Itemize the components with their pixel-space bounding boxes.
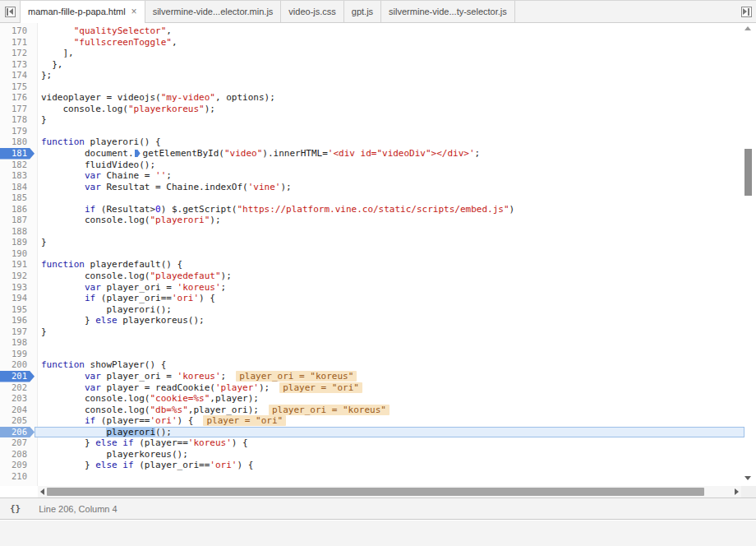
code-line[interactable]: 173 }, bbox=[0, 59, 744, 71]
navigator-toggle-button[interactable] bbox=[0, 1, 20, 22]
line-number[interactable]: 178 bbox=[0, 114, 35, 126]
code-line[interactable]: 179 bbox=[0, 126, 744, 137]
code-line[interactable]: 205 if (player=='ori') {player = "ori" bbox=[0, 415, 744, 427]
code-line[interactable]: 196 } else playerkoreus(); bbox=[0, 315, 744, 326]
line-number[interactable]: 210 bbox=[0, 471, 35, 483]
line-number[interactable]: 202 bbox=[0, 382, 35, 394]
inline-breakpoint-icon[interactable] bbox=[135, 150, 141, 157]
line-number[interactable]: 197 bbox=[0, 326, 35, 338]
scroll-up-arrow-icon[interactable] bbox=[744, 26, 751, 30]
code-line[interactable]: 199 bbox=[0, 349, 744, 360]
horizontal-scrollbar-thumb[interactable] bbox=[47, 488, 704, 496]
line-number[interactable]: 171 bbox=[0, 37, 35, 49]
code-line[interactable]: 189} bbox=[0, 237, 744, 248]
vertical-scrollbar-thumb[interactable] bbox=[744, 149, 752, 196]
breakpoint-line-number[interactable]: 181 bbox=[0, 148, 35, 160]
code-line[interactable]: 178} bbox=[0, 114, 744, 126]
code-line[interactable]: 192 console.log("playedefaut"); bbox=[0, 271, 744, 282]
scroll-left-arrow-icon[interactable] bbox=[40, 488, 44, 495]
line-number[interactable]: 180 bbox=[0, 136, 35, 148]
tab-video-js-css[interactable]: video-js.css bbox=[281, 1, 343, 22]
line-number[interactable]: 206 bbox=[0, 427, 35, 438]
code-line[interactable]: 176videoplayer = videojs("my-video", opt… bbox=[0, 92, 744, 104]
code-line[interactable]: 195 playerori(); bbox=[0, 304, 744, 316]
line-number[interactable]: 203 bbox=[0, 393, 35, 405]
code-line[interactable]: 194 if (player_ori=='ori') { bbox=[0, 293, 744, 304]
code-line[interactable]: 198 bbox=[0, 337, 744, 349]
code-line[interactable]: 180function playerori() { bbox=[0, 136, 744, 148]
tab-gpt-js[interactable]: gpt.js bbox=[344, 1, 381, 22]
line-number[interactable]: 194 bbox=[0, 293, 35, 304]
scroll-right-arrow-icon[interactable] bbox=[735, 488, 739, 495]
line-number[interactable]: 187 bbox=[0, 215, 35, 226]
line-number[interactable]: 182 bbox=[0, 160, 35, 171]
line-number[interactable]: 200 bbox=[0, 359, 35, 371]
line-number[interactable]: 176 bbox=[0, 92, 35, 104]
code-line[interactable]: 171 "fullscreenToggle", bbox=[0, 37, 744, 49]
code-line[interactable]: 170 "qualitySelector", bbox=[0, 25, 744, 37]
line-number[interactable]: 198 bbox=[0, 337, 35, 349]
line-number[interactable]: 170 bbox=[0, 25, 35, 37]
code-line[interactable]: 203 console.log("cookie=%s",player); bbox=[0, 393, 744, 405]
code-line[interactable]: 185 bbox=[0, 192, 744, 204]
execution-code-line[interactable]: 206 playerori(); bbox=[0, 427, 744, 438]
code-line[interactable]: 202 var player = readCookie('player');pl… bbox=[0, 382, 744, 394]
tab-overflow-button[interactable] bbox=[736, 1, 756, 22]
code-line[interactable]: 210 bbox=[0, 471, 744, 483]
scroll-down-arrow-icon[interactable] bbox=[744, 476, 751, 480]
code-line[interactable]: 188 bbox=[0, 226, 744, 238]
code-line[interactable]: 209 } else if (player_ori=='ori') { bbox=[0, 460, 744, 471]
code-line[interactable]: 174}; bbox=[0, 70, 744, 81]
code-line[interactable]: 172 ], bbox=[0, 48, 744, 59]
line-number[interactable]: 193 bbox=[0, 282, 35, 294]
line-number[interactable]: 199 bbox=[0, 349, 35, 360]
line-number[interactable]: 208 bbox=[0, 449, 35, 460]
code-line[interactable]: 193 var player_ori = 'koreus'; bbox=[0, 282, 744, 294]
code-line[interactable]: 201 var player_ori = 'koreus';player_ori… bbox=[0, 371, 744, 382]
line-number[interactable]: 191 bbox=[0, 259, 35, 271]
line-number[interactable]: 184 bbox=[0, 182, 35, 193]
line-number[interactable]: 172 bbox=[0, 48, 35, 59]
code-line[interactable]: 182 fluidVideo(); bbox=[0, 160, 744, 171]
line-number[interactable]: 190 bbox=[0, 248, 35, 260]
line-number[interactable]: 175 bbox=[0, 81, 35, 93]
code-line[interactable]: 191function playerdefault() { bbox=[0, 259, 744, 271]
horizontal-scrollbar[interactable] bbox=[38, 486, 741, 497]
line-number[interactable]: 205 bbox=[0, 415, 35, 427]
close-icon[interactable]: × bbox=[131, 7, 137, 16]
line-number[interactable]: 177 bbox=[0, 104, 35, 115]
code-line[interactable]: 183 var Chaine = ''; bbox=[0, 170, 744, 182]
tab-silvermine-video-selector-min-js[interactable]: silvermine-vide...elector.min.js bbox=[145, 1, 282, 22]
tab-silvermine-video-quality-selector-js[interactable]: silvermine-vide...ty-selector.js bbox=[381, 1, 515, 22]
code-line[interactable]: 204 console.log("db=%s",player_ori);play… bbox=[0, 405, 744, 416]
code-line[interactable]: 207 } else if (player=='koreus') { bbox=[0, 437, 744, 449]
pretty-print-button[interactable]: {} bbox=[10, 503, 21, 514]
line-number[interactable]: 188 bbox=[0, 226, 35, 238]
tab-maman-fille-p-papa-html[interactable]: maman-fille-p-papa.html × bbox=[20, 1, 145, 22]
code-editor[interactable]: 170 "qualitySelector",171 "fullscreenTog… bbox=[0, 23, 756, 486]
code-line[interactable]: 197} bbox=[0, 326, 744, 338]
code-line[interactable]: 181 document.getElementById("video").inn… bbox=[0, 148, 744, 160]
line-number[interactable]: 209 bbox=[0, 460, 35, 471]
line-number[interactable]: 186 bbox=[0, 204, 35, 215]
line-number[interactable]: 192 bbox=[0, 271, 35, 282]
line-number[interactable]: 207 bbox=[0, 437, 35, 449]
code-line[interactable]: 175 bbox=[0, 81, 744, 93]
line-number[interactable]: 179 bbox=[0, 126, 35, 137]
code-line[interactable]: 186 if (Resultat>0) $.getScript("https:/… bbox=[0, 204, 744, 215]
line-number[interactable]: 195 bbox=[0, 304, 35, 316]
code-line[interactable]: 187 console.log("playerori"); bbox=[0, 215, 744, 226]
line-number[interactable]: 174 bbox=[0, 70, 35, 81]
code-line[interactable]: 190 bbox=[0, 248, 744, 260]
breakpoint-line-number[interactable]: 201 bbox=[0, 371, 35, 382]
code-line[interactable]: 208 playerkoreus(); bbox=[0, 449, 744, 460]
code-line[interactable]: 177 console.log("playerkoreus"); bbox=[0, 104, 744, 115]
code-line[interactable]: 184 var Resultat = Chaine.indexOf('vine'… bbox=[0, 182, 744, 193]
line-number[interactable]: 173 bbox=[0, 59, 35, 71]
line-number[interactable]: 183 bbox=[0, 170, 35, 182]
line-number[interactable]: 204 bbox=[0, 405, 35, 416]
line-number[interactable]: 196 bbox=[0, 315, 35, 326]
code-line[interactable]: 200function showPlayer() { bbox=[0, 359, 744, 371]
line-number[interactable]: 185 bbox=[0, 192, 35, 204]
line-number[interactable]: 189 bbox=[0, 237, 35, 248]
